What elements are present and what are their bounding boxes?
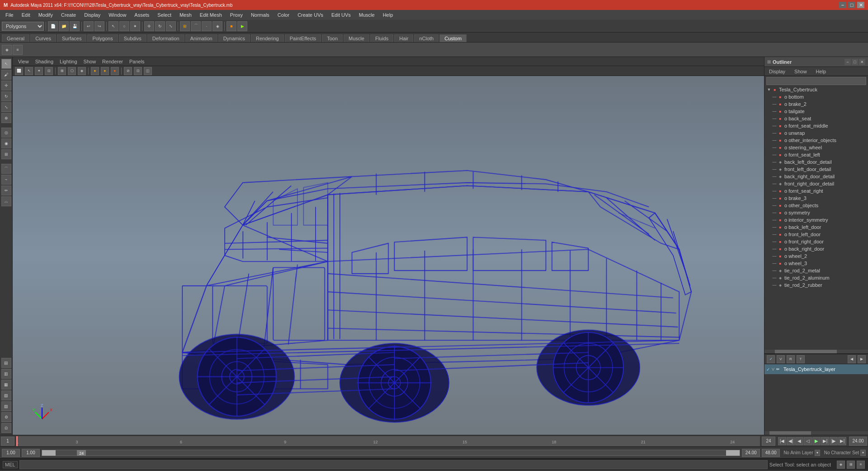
menu-file[interactable]: File [2, 11, 17, 19]
rotate-btn[interactable]: ↻ [155, 21, 165, 31]
range-slider[interactable]: 24 [42, 450, 740, 456]
render-btn[interactable]: ■ [226, 21, 236, 31]
outliner-item-wheel3[interactable]: — ■ o wheel_3 [764, 260, 868, 267]
outliner-item-unwrap[interactable]: — ■ o unwrap [764, 129, 868, 137]
char-set-dropdown[interactable]: ▾ [860, 450, 866, 456]
outliner-item-interior-symmetry[interactable]: — ■ o interior_symmetry [764, 216, 868, 224]
shelf-tab-hair[interactable]: Hair [394, 34, 413, 42]
layer-hscrollbar[interactable] [764, 431, 868, 435]
outliner-item-tie-rod-metal[interactable]: — ◈ tie_rod_2_metal [764, 267, 868, 274]
save-scene-btn[interactable]: 💾 [70, 21, 80, 31]
outliner-item-back-right-door-detail[interactable]: — ◈ back_right_door_detail [764, 173, 868, 180]
menu-edit[interactable]: Edit [18, 11, 34, 19]
vp-menu-view[interactable]: View [15, 58, 32, 65]
range-end-handle[interactable] [726, 450, 740, 456]
maximize-button[interactable]: □ [848, 2, 855, 8]
outliner-float-btn[interactable]: □ [852, 59, 858, 65]
outliner-item-brake3[interactable]: — ■ o brake_3 [764, 195, 868, 202]
jump-end-btn[interactable]: ▶| [838, 437, 846, 445]
outliner-minimize-btn[interactable]: − [844, 59, 851, 65]
time-ruler[interactable]: 1 3 6 9 12 15 18 21 24 [16, 436, 760, 446]
anim-end-input[interactable] [742, 449, 760, 457]
three-pt-arc-btn[interactable]: ⌓ [1, 196, 11, 206]
outliner-item-back-left-door-detail[interactable]: — ◈ back_left_door_detail [764, 158, 868, 166]
soft-mod-btn[interactable]: ◎ [1, 128, 11, 138]
vp-paint-btn[interactable]: ✦ [35, 67, 43, 75]
frame-display[interactable] [849, 437, 867, 446]
anim-layer-dropdown[interactable]: ▾ [815, 450, 820, 456]
vp-light2-btn[interactable]: ● [101, 67, 109, 75]
shelf-tab-rendering[interactable]: Rendering [251, 34, 284, 42]
mel-command-input[interactable] [19, 460, 768, 469]
menu-modify[interactable]: Modify [35, 11, 57, 19]
display-layer-btn[interactable]: ▥ [1, 369, 11, 379]
menu-edit-mesh[interactable]: Edit Mesh [196, 11, 226, 19]
show-manip-btn[interactable]: ⊞ [1, 149, 11, 159]
outliner-item-brake2[interactable]: — ■ o brake_2 [764, 100, 868, 108]
outliner-item-back-left-door[interactable]: — ■ o back_left_door [764, 224, 868, 231]
outliner-item-front-right-door-detail[interactable]: — ◈ front_right_door_detail [764, 180, 868, 187]
outliner-item-front-seat-right[interactable]: — ■ o fornt_seat_right [764, 187, 868, 195]
outliner-item-root[interactable]: ▼ ■ Tesla_Cybertruck [764, 86, 868, 93]
layer-scroll-right-btn[interactable]: ▶ [858, 355, 866, 363]
shelf-tab-subdivs[interactable]: Subdivs [119, 34, 146, 42]
shelf-tab-ncloth[interactable]: nCloth [414, 34, 439, 42]
vp-grid-btn[interactable]: ⊞ [58, 67, 66, 75]
outliner-menu-help[interactable]: Help [813, 68, 829, 75]
vp-menu-renderer[interactable]: Renderer [99, 58, 126, 65]
snap-curve-btn[interactable]: ⌒ [191, 21, 201, 31]
layer-vis-btn[interactable]: V [777, 355, 785, 363]
start-frame-input[interactable] [1, 437, 14, 446]
outliner-scrollbar[interactable] [764, 350, 868, 353]
menu-display[interactable]: Display [80, 11, 104, 19]
outliner-item-front-left-door[interactable]: — ■ o front_left_door [764, 231, 868, 238]
minimize-button[interactable]: − [839, 2, 846, 8]
snap-grid-btn[interactable]: ⊞ [180, 21, 190, 31]
universal-tool-btn[interactable]: ⊕ [1, 113, 11, 123]
move-tool-btn[interactable]: ✛ [1, 81, 11, 90]
shelf-tab-surfaces[interactable]: Surfaces [57, 34, 86, 42]
shelf-tab-dynamics[interactable]: Dynamics [218, 34, 250, 42]
lasso-btn[interactable]: ○ [119, 21, 129, 31]
layer-template-btn[interactable]: T [797, 355, 805, 363]
redo-btn[interactable]: ↪ [94, 21, 104, 31]
rotate-tool-btn[interactable]: ↻ [1, 91, 11, 101]
menu-proxy[interactable]: Proxy [226, 11, 246, 19]
vp-isolate-btn[interactable]: ⊘ [124, 67, 132, 75]
layer-check-btn[interactable]: ✓ [767, 355, 775, 363]
range-start-handle[interactable] [42, 450, 56, 456]
move-btn[interactable]: ✛ [144, 21, 154, 31]
menu-assets[interactable]: Assets [131, 11, 153, 19]
shelf-tab-general[interactable]: General [2, 34, 29, 42]
outliner-item-tie-rod-rubber[interactable]: — ◈ tie_rod_2_rubber [764, 281, 868, 289]
ipr-btn[interactable]: ▶ [237, 21, 247, 31]
vp-light3-btn[interactable]: ● [111, 67, 119, 75]
curve-btn[interactable]: ⌒ [1, 164, 11, 174]
anim-end2-input[interactable] [762, 449, 780, 457]
prev-key-btn[interactable]: ◀| [787, 437, 795, 445]
outliner-item-steering[interactable]: — ■ o steering_wheel [764, 144, 868, 151]
outliner-item-front-seat-left[interactable]: — ■ o fornt_seat_left [764, 151, 868, 158]
outliner-item-front-seat-middle[interactable]: — ■ o fornt_seat_middle [764, 122, 868, 129]
namespace-btn[interactable]: Ω [1, 423, 11, 433]
menu-create-uvs[interactable]: Create UVs [294, 11, 327, 19]
undo-btn[interactable]: ↩ [84, 21, 94, 31]
attribute-btn[interactable]: ▨ [1, 401, 11, 411]
shelf-btn-1[interactable]: ◈ [2, 45, 12, 55]
vp-menu-panels[interactable]: Panels [127, 58, 147, 65]
title-bar-controls[interactable]: − □ ✕ [839, 2, 864, 8]
shelf-tab-custom[interactable]: Custom [439, 34, 467, 42]
shelf-tab-painteffects[interactable]: PaintEffects [285, 34, 321, 42]
outliner-item-back-right-door[interactable]: — ■ o back_right_door [764, 245, 868, 252]
vp-smooth-btn[interactable]: ◈ [78, 67, 86, 75]
next-key-btn[interactable]: |▶ [830, 437, 838, 445]
pencil-btn[interactable]: ✏ [1, 186, 11, 195]
step-fwd-btn[interactable]: ▶| [821, 437, 829, 445]
menu-help[interactable]: Help [379, 11, 397, 19]
select-btn[interactable]: ↖ [108, 21, 118, 31]
outliner-item-tie-rod-aluminum[interactable]: — ◈ tie_rod_2_aluminum [764, 274, 868, 281]
vp-camera-btn[interactable]: ⬜ [15, 67, 23, 75]
layer-hscroll-thumb[interactable] [769, 431, 811, 435]
outliner-search-input[interactable] [766, 77, 866, 85]
3d-viewport[interactable]: 0.000 X Y Z [13, 76, 764, 435]
